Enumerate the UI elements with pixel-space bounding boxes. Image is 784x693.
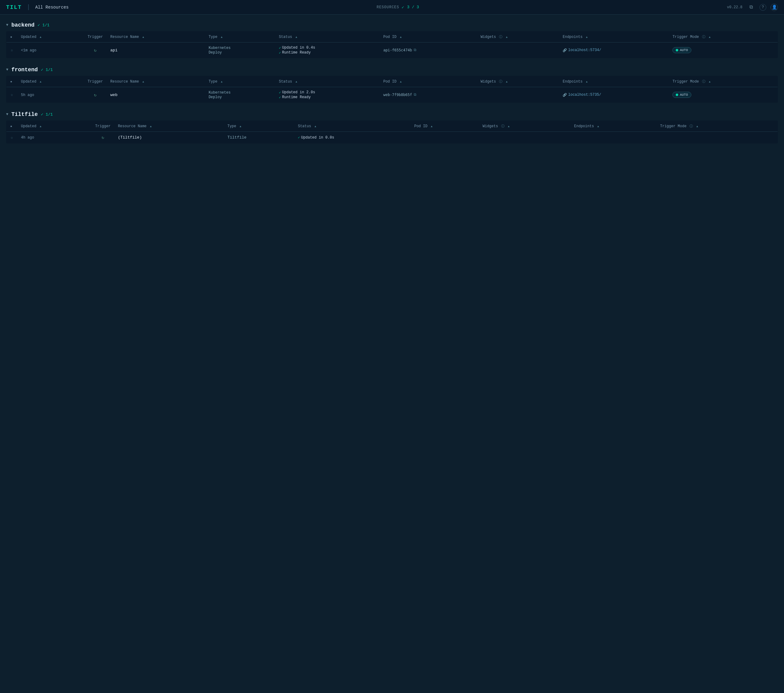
type-cell: KubernetesDeploy (205, 43, 275, 58)
status-row-1: ✓ Updated in 2.0s (279, 90, 376, 94)
status-cell-inner: ✓ Updated in 0.4s ✓ Runtime Ready (279, 46, 376, 55)
col-star: ★ (7, 76, 17, 87)
endpoint-link[interactable]: 🔗 localhost:5734/ (563, 48, 665, 52)
chevron-tiltfile-icon[interactable]: ▼ (6, 112, 8, 117)
auto-badge[interactable]: AUTO (672, 92, 691, 98)
col-trigger: Trigger (91, 121, 114, 132)
endpoint-link[interactable]: 🔗 localhost:5735/ (563, 92, 665, 97)
pod-id-text: api-f655c474b (383, 48, 412, 52)
status-check-icon: ✓ (298, 135, 300, 139)
trigger-cell[interactable]: ↻ (91, 132, 114, 144)
updated-cell: 5h ago (17, 87, 84, 103)
star-icon[interactable]: ☆ (11, 48, 13, 53)
col-trigger: Trigger (84, 76, 106, 87)
header-divider: | (26, 4, 30, 11)
star-icon[interactable]: ☆ (11, 135, 13, 140)
star-cell[interactable]: ☆ (7, 43, 17, 58)
user-avatar-icon[interactable]: 👤 (771, 4, 778, 11)
section-frontend: ▼ frontend ✓ 1/1 ★ Updated ▲ Trigger Res… (6, 67, 778, 103)
status-text-1: Updated in 2.0s (282, 90, 315, 94)
time-text: <1m ago (21, 48, 36, 53)
copy-pod-id-icon[interactable]: ⧉ (414, 48, 417, 52)
copy-pages-icon[interactable]: ⧉ (747, 3, 755, 12)
section-tiltfile-badge: ✓ 1/1 (41, 112, 53, 117)
endpoints-cell (571, 132, 657, 144)
col-star: ★ (7, 31, 17, 43)
pod-id-text: web-7f9b8b65f (383, 92, 412, 97)
type-text: KubernetesDeploy (209, 46, 231, 55)
col-updated[interactable]: Updated ▲ (17, 76, 84, 87)
pod-id-cell: api-f655c474b ⧉ (379, 43, 477, 58)
copy-pod-id-icon[interactable]: ⧉ (414, 92, 417, 97)
refresh-icon[interactable]: ↻ (94, 92, 96, 97)
trigger-cell[interactable]: ↻ (84, 43, 106, 58)
resource-name-text: api (110, 48, 117, 53)
col-widgets[interactable]: Widgets ⓘ ▲ (477, 31, 559, 43)
widgets-cell (477, 43, 559, 58)
section-tiltfile: ▼ Tiltfile ✓ 1/1 ★ Updated ▲ Trigger Res… (6, 111, 778, 144)
status-row-2: ✓ Runtime Ready (279, 51, 376, 55)
col-resource-name[interactable]: Resource Name ▲ (107, 76, 205, 87)
star-cell[interactable]: ☆ (7, 87, 17, 103)
col-status[interactable]: Status ▲ (275, 76, 379, 87)
status-cell-inner: ✓ Updated in 0.0s (298, 135, 407, 140)
auto-dot (676, 94, 678, 96)
resource-name-cell: api (107, 43, 205, 58)
col-endpoints[interactable]: Endpoints ▲ (559, 76, 669, 87)
col-status[interactable]: Status ▲ (275, 31, 379, 43)
chevron-frontend-icon[interactable]: ▼ (6, 68, 8, 72)
pod-id-cell: web-7f9b8b65f ⧉ (379, 87, 477, 103)
col-type[interactable]: Type ▲ (224, 121, 295, 132)
trigger-mode-cell: AUTO (669, 87, 777, 103)
col-type[interactable]: Type ▲ (205, 31, 275, 43)
star-cell[interactable]: ☆ (7, 132, 17, 144)
time-text: 4h ago (21, 135, 34, 140)
status-cell: ✓ Updated in 0.0s (294, 132, 410, 144)
status-text-1: Updated in 0.0s (301, 135, 334, 140)
col-widgets[interactable]: Widgets ⓘ ▲ (479, 121, 570, 132)
type-text: KubernetesDeploy (209, 91, 231, 99)
status-cell-inner: ✓ Updated in 2.0s ✓ Runtime Ready (279, 90, 376, 99)
col-trigger: Trigger (84, 31, 106, 43)
updated-cell: 4h ago (17, 132, 92, 144)
col-resource-name[interactable]: Resource Name ▲ (107, 31, 205, 43)
chevron-backend-icon[interactable]: ▼ (6, 23, 8, 27)
col-pod-id[interactable]: Pod ID ▲ (411, 121, 479, 132)
col-widgets[interactable]: Widgets ⓘ ▲ (477, 76, 559, 87)
col-pod-id[interactable]: Pod ID ▲ (379, 31, 477, 43)
backend-table-header-row: ★ Updated ▲ Trigger Resource Name ▲ Type… (7, 31, 778, 43)
link-icon: 🔗 (563, 93, 567, 97)
refresh-icon[interactable]: ↻ (102, 135, 104, 140)
auto-badge[interactable]: AUTO (672, 47, 691, 53)
col-trigger-mode[interactable]: Trigger Mode ⓘ ▲ (669, 76, 777, 87)
section-tiltfile-title: Tiltfile (11, 111, 38, 117)
resources-label: RESOURCES (377, 5, 399, 10)
status-row-2: ✓ Runtime Ready (279, 95, 376, 99)
col-updated[interactable]: Updated ▲ (17, 31, 84, 43)
tiltfile-table: ★ Updated ▲ Trigger Resource Name ▲ Type… (6, 120, 778, 144)
col-type[interactable]: Type ▲ (205, 76, 275, 87)
col-status[interactable]: Status ▲ (294, 121, 410, 132)
col-endpoints[interactable]: Endpoints ▲ (571, 121, 657, 132)
section-backend-title: backend (11, 22, 35, 28)
section-frontend-title: frontend (11, 67, 38, 73)
section-backend-header: ▼ backend ✓ 1/1 (6, 22, 778, 28)
col-trigger-mode[interactable]: Trigger Mode ⓘ ▲ (657, 121, 778, 132)
type-cell: Tiltfile (224, 132, 295, 144)
col-endpoints[interactable]: Endpoints ▲ (559, 31, 669, 43)
refresh-icon[interactable]: ↻ (94, 48, 96, 53)
status-check-icon-2: ✓ (279, 96, 281, 99)
header-right: v0.22.8 ⧉ ? 👤 (727, 3, 778, 12)
col-resource-name[interactable]: Resource Name ▲ (114, 121, 224, 132)
status-text-2: Runtime Ready (282, 95, 311, 99)
status-check-icon: ✓ (279, 91, 281, 94)
resource-name-cell: web (107, 87, 205, 103)
endpoints-cell: 🔗 localhost:5734/ (559, 43, 669, 58)
trigger-cell[interactable]: ↻ (84, 87, 106, 103)
col-trigger-mode[interactable]: Trigger Mode ⓘ ▲ (669, 31, 777, 43)
star-icon[interactable]: ☆ (11, 92, 13, 97)
resource-name-text: (Tiltfile) (118, 135, 142, 140)
col-updated[interactable]: Updated ▲ (17, 121, 92, 132)
help-icon[interactable]: ? (759, 4, 766, 11)
col-pod-id[interactable]: Pod ID ▲ (379, 76, 477, 87)
